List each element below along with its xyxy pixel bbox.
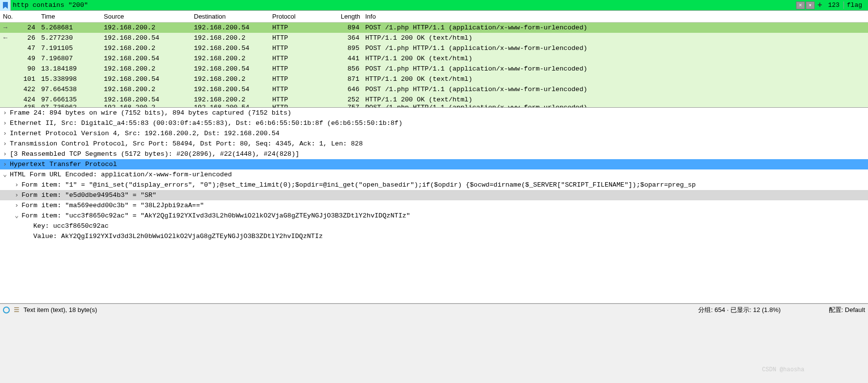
tree-http[interactable]: ›Hypertext Transfer Protocol bbox=[0, 159, 868, 169]
filter-toolbar-right: × ▾ + 123 flag bbox=[796, 1, 868, 10]
packet-list-body: →245.268681192.168.200.2192.168.200.54HT… bbox=[0, 23, 868, 108]
chevron-right-icon[interactable]: › bbox=[3, 118, 10, 128]
tree-form-item-4-value[interactable]: Value: AkY2QgIi92YXIvd3d3L2h0bWwiO2lkO2V… bbox=[0, 231, 868, 241]
expert-info-icon[interactable] bbox=[3, 307, 10, 313]
cell-length: 871 bbox=[338, 75, 362, 83]
cell-time: 13.184189 bbox=[38, 65, 101, 72]
clear-filter-icon[interactable]: × bbox=[796, 1, 805, 9]
tree-http-label: Hypertext Transfer Protocol bbox=[10, 161, 117, 168]
cell-length: 364 bbox=[338, 34, 362, 42]
filter-bookmark-123[interactable]: 123 bbox=[825, 1, 842, 9]
tree-form-item-3[interactable]: ›Form item: "ma569eedd00c3b" = "38L2Jpbi… bbox=[0, 200, 868, 211]
cell-time: 97.666135 bbox=[38, 96, 101, 103]
cell-destination: 192.168.200.54 bbox=[191, 24, 269, 31]
cell-info: POST /1.php HTTP/1.1 (application/x-www-… bbox=[362, 65, 868, 72]
tree-frame-label: Frame 24: 894 bytes on wire (7152 bits),… bbox=[10, 109, 291, 117]
cell-protocol: HTTP bbox=[269, 45, 338, 52]
cell-length: 895 bbox=[338, 45, 362, 52]
cell-no: 47 bbox=[11, 45, 38, 52]
tree-form-item-4-key[interactable]: Key: ucc3f8650c92ac bbox=[0, 221, 868, 231]
status-right[interactable]: 配置: Default bbox=[829, 306, 865, 314]
chevron-right-icon[interactable]: › bbox=[3, 108, 10, 118]
cell-destination: 192.168.200.54 bbox=[191, 45, 269, 52]
recent-filters-icon[interactable]: ▾ bbox=[806, 1, 815, 9]
add-filter-icon[interactable]: + bbox=[816, 1, 824, 10]
tree-form-item-1[interactable]: ›Form item: "1" = "@ini_set("display_err… bbox=[0, 180, 868, 190]
col-source[interactable]: Source bbox=[101, 12, 191, 21]
tree-frame[interactable]: ›Frame 24: 894 bytes on wire (7152 bits)… bbox=[0, 108, 868, 118]
cell-time: 97.664538 bbox=[38, 86, 101, 93]
cell-protocol: HTTP bbox=[269, 75, 338, 83]
tree-ethernet[interactable]: ›Ethernet II, Src: DigitalC_a4:55:83 (00… bbox=[0, 118, 868, 128]
chevron-down-icon[interactable]: ⌄ bbox=[15, 211, 22, 221]
packet-row[interactable]: 9013.184189192.168.200.2192.168.200.54HT… bbox=[0, 64, 868, 74]
cell-no: 24 bbox=[11, 24, 38, 31]
cell-protocol: HTTP bbox=[269, 55, 338, 62]
chevron-right-icon[interactable]: › bbox=[15, 190, 22, 200]
chevron-down-icon[interactable]: ⌄ bbox=[3, 169, 10, 180]
packet-arrow-icon: → bbox=[0, 24, 11, 31]
packet-row[interactable]: 10115.338998192.168.200.54192.168.200.2H… bbox=[0, 74, 868, 84]
chevron-right-icon[interactable]: › bbox=[3, 139, 10, 149]
packet-row[interactable]: 42297.664538192.168.200.2192.168.200.54H… bbox=[0, 84, 868, 95]
status-mid: 分组: 654 · 已显示: 12 (1.8%) bbox=[698, 306, 828, 314]
col-time[interactable]: Time bbox=[38, 12, 101, 21]
col-no[interactable]: No. bbox=[0, 12, 38, 21]
cell-time: 5.277230 bbox=[38, 34, 101, 42]
cell-protocol: HTTP bbox=[269, 34, 338, 42]
tree-form-item-4[interactable]: ⌄Form item: "ucc3f8650c92ac" = "AkY2QgIi… bbox=[0, 211, 868, 221]
packet-row[interactable]: 42497.666135192.168.200.54192.168.200.2H… bbox=[0, 95, 868, 105]
cell-no: 422 bbox=[11, 86, 38, 93]
tree-tcp[interactable]: ›Transmission Control Protocol, Src Port… bbox=[0, 139, 868, 149]
packet-arrow-icon: ← bbox=[0, 34, 11, 42]
packet-details-pane[interactable]: ›Frame 24: 894 bytes on wire (7152 bits)… bbox=[0, 108, 868, 304]
cell-source: 192.168.200.54 bbox=[101, 55, 191, 62]
bookmark-icon[interactable] bbox=[0, 0, 11, 11]
cell-no: 424 bbox=[11, 96, 38, 103]
tree-tcp-label: Transmission Control Protocol, Src Port:… bbox=[10, 140, 363, 147]
cell-destination: 192.168.200.2 bbox=[191, 55, 269, 62]
cell-length: 856 bbox=[338, 65, 362, 72]
chevron-right-icon[interactable]: › bbox=[3, 149, 10, 159]
packet-row[interactable]: 497.196807192.168.200.54192.168.200.2HTT… bbox=[0, 53, 868, 64]
cell-length: 441 bbox=[338, 55, 362, 62]
cell-time: 7.196807 bbox=[38, 55, 101, 62]
cell-no: 90 bbox=[11, 65, 38, 72]
cell-length: 252 bbox=[338, 96, 362, 103]
col-protocol[interactable]: Protocol bbox=[269, 12, 338, 21]
chevron-right-icon[interactable]: › bbox=[15, 180, 22, 190]
cell-source: 192.168.200.2 bbox=[101, 45, 191, 52]
col-info[interactable]: Info bbox=[362, 12, 868, 21]
chevron-right-icon[interactable]: › bbox=[3, 159, 10, 169]
packet-row[interactable]: 477.191105192.168.200.2192.168.200.54HTT… bbox=[0, 43, 868, 53]
cell-protocol: HTTP bbox=[269, 24, 338, 31]
cell-source: 192.168.200.2 bbox=[101, 65, 191, 72]
packet-row[interactable]: →245.268681192.168.200.2192.168.200.54HT… bbox=[0, 23, 868, 33]
cell-protocol: HTTP bbox=[269, 86, 338, 93]
status-bar: ☰ Text item (text), 18 byte(s) 分组: 654 ·… bbox=[0, 304, 868, 315]
packet-list-pane[interactable]: No. Time Source Destination Protocol Len… bbox=[0, 11, 868, 108]
cell-source: 192.168.200.54 bbox=[101, 75, 191, 83]
tree-form-header[interactable]: ⌄HTML Form URL Encoded: application/x-ww… bbox=[0, 169, 868, 180]
tree-reassembled[interactable]: ›[3 Reassembled TCP Segments (5172 bytes… bbox=[0, 149, 868, 159]
chevron-right-icon[interactable]: › bbox=[3, 128, 10, 139]
cell-protocol: HTTP bbox=[269, 96, 338, 103]
cell-destination: 192.168.200.2 bbox=[191, 34, 269, 42]
cell-no: 49 bbox=[11, 55, 38, 62]
tree-form4-val-label: Value: AkY2QgIi92YXIvd3d3L2h0bWwiO2lkO2V… bbox=[33, 233, 323, 240]
filter-bookmark-flag[interactable]: flag bbox=[844, 1, 865, 9]
chevron-right-icon[interactable]: › bbox=[15, 200, 22, 211]
col-destination[interactable]: Destination bbox=[191, 12, 269, 21]
menu-icon[interactable]: ☰ bbox=[14, 306, 20, 313]
display-filter-input[interactable] bbox=[11, 0, 796, 10]
cell-time: 15.338998 bbox=[38, 75, 101, 83]
cell-time: 7.191105 bbox=[38, 45, 101, 52]
cell-source: 192.168.200.2 bbox=[101, 24, 191, 31]
tree-form1-label: Form item: "1" = "@ini_set("display_erro… bbox=[22, 181, 696, 189]
packet-row[interactable]: ←265.277230192.168.200.54192.168.200.2HT… bbox=[0, 33, 868, 43]
tree-ip[interactable]: ›Internet Protocol Version 4, Src: 192.1… bbox=[0, 128, 868, 139]
tree-form-item-2[interactable]: ›Form item: "e5d0dbe94954b3" = "SR" bbox=[0, 190, 868, 200]
cell-info: POST /1.php HTTP/1.1 (application/x-www-… bbox=[362, 24, 868, 31]
packet-list-header: No. Time Source Destination Protocol Len… bbox=[0, 11, 868, 23]
col-length[interactable]: Length bbox=[338, 12, 362, 21]
